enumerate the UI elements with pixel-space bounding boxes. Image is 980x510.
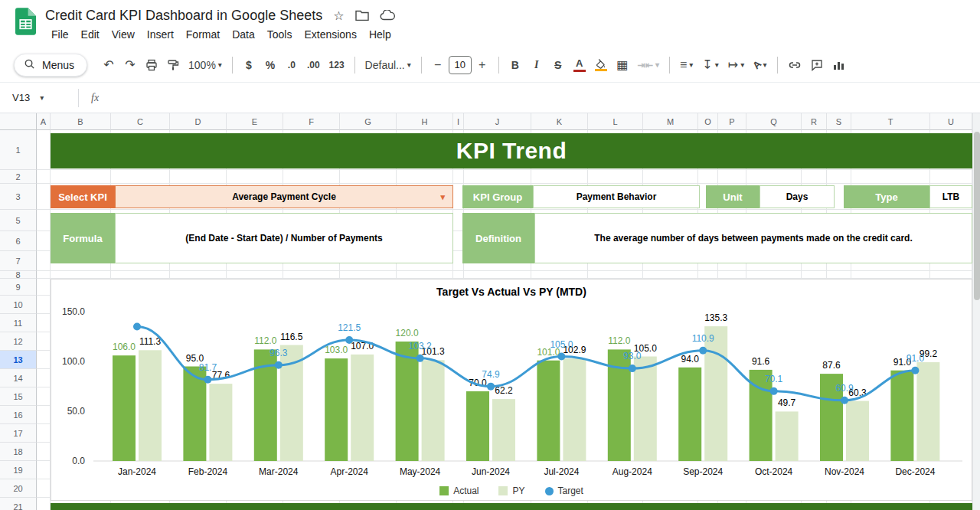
text-wrap-button[interactable]: ↦▾	[724, 54, 748, 76]
menu-item-file[interactable]: File	[45, 27, 75, 42]
row-header-1[interactable]: 1	[0, 130, 37, 170]
undo-button[interactable]: ↶	[99, 54, 119, 76]
menu-item-edit[interactable]: Edit	[75, 27, 106, 42]
column-header-G[interactable]: G	[340, 113, 397, 130]
insert-comment-icon[interactable]	[807, 54, 827, 76]
decrease-decimals-button[interactable]: .0	[282, 54, 302, 76]
insert-link-icon[interactable]	[784, 54, 805, 76]
definition-value[interactable]: The average number of days between payme…	[534, 213, 972, 263]
vertical-scrollbar[interactable]	[972, 113, 980, 510]
cloud-status-icon[interactable]	[380, 10, 395, 21]
formula-input[interactable]	[109, 87, 980, 110]
column-header-H[interactable]: H	[397, 113, 453, 130]
menu-item-format[interactable]: Format	[180, 27, 226, 42]
column-header-J[interactable]: J	[464, 113, 531, 130]
column-header-I[interactable]: I	[453, 113, 464, 130]
doc-title[interactable]: Credit Card KPI Dashboard in Google Shee…	[45, 8, 322, 24]
decrease-font-size-button[interactable]: −	[428, 54, 448, 76]
row-header-12[interactable]: 12	[0, 332, 37, 351]
format-currency-button[interactable]: $	[239, 54, 259, 76]
row-header-14[interactable]: 14	[0, 369, 37, 387]
row-header-15[interactable]: 15	[0, 387, 37, 406]
row-header-17[interactable]: 17	[0, 424, 37, 443]
zoom-select[interactable]: 100%▾	[184, 54, 227, 76]
svg-text:112.0: 112.0	[254, 335, 276, 346]
scrollbar-thumb[interactable]	[974, 132, 980, 300]
column-header-L[interactable]: L	[588, 113, 643, 130]
italic-button[interactable]: I	[527, 54, 547, 76]
font-size-input[interactable]	[449, 56, 472, 74]
bold-button[interactable]: B	[505, 54, 525, 76]
strikethrough-button[interactable]: S	[548, 54, 568, 76]
increase-font-size-button[interactable]: +	[472, 54, 492, 76]
column-header-E[interactable]: E	[227, 113, 283, 130]
row-header-7[interactable]: 7	[0, 251, 37, 271]
row-header-16[interactable]: 16	[0, 406, 37, 424]
sheets-logo-icon[interactable]	[15, 8, 36, 38]
format-percent-button[interactable]: %	[260, 54, 280, 76]
menu-item-tools[interactable]: Tools	[261, 27, 299, 42]
column-header-T[interactable]: T	[851, 113, 930, 130]
menu-item-insert[interactable]: Insert	[141, 27, 180, 42]
column-header-M[interactable]: M	[643, 113, 698, 130]
row-header-5[interactable]: 5	[0, 210, 37, 231]
menus-search-button[interactable]: Menus	[14, 54, 87, 77]
row-header-21[interactable]: 21	[0, 498, 37, 510]
row-header-19[interactable]: 19	[0, 461, 37, 479]
formula-value[interactable]: (End Date - Start Date) / Number of Paym…	[115, 213, 453, 263]
insert-chart-icon[interactable]	[828, 54, 848, 76]
redo-button[interactable]: ↷	[120, 54, 140, 76]
number-format-button[interactable]: 123	[325, 54, 348, 76]
column-header-U[interactable]: U	[930, 113, 972, 130]
row-header-10[interactable]: 10	[0, 296, 37, 314]
column-header-O[interactable]: O	[698, 113, 718, 130]
move-folder-icon[interactable]	[355, 10, 369, 21]
row-header-6[interactable]: 6	[0, 231, 37, 251]
column-header-B[interactable]: B	[51, 113, 111, 130]
unit-value[interactable]: Days	[760, 185, 835, 208]
vertical-align-button[interactable]: ↧▾	[698, 54, 722, 76]
name-box[interactable]: V13 ▾	[0, 92, 70, 103]
fill-color-button[interactable]	[591, 54, 611, 76]
kpi-trend-chart[interactable]: Target Vs Actual Vs PY (MTD) 0.050.0100.…	[51, 279, 972, 501]
sheet-canvas[interactable]: KPI Trend Select KPI Average Payment Cyc…	[37, 130, 972, 510]
row-header-20[interactable]: 20	[0, 479, 37, 498]
text-color-button[interactable]: A	[570, 54, 590, 76]
svg-text:Sep-2024: Sep-2024	[683, 466, 723, 477]
kpi-group-value[interactable]: Payment Behavior	[533, 185, 700, 208]
print-icon[interactable]	[142, 54, 162, 76]
borders-button[interactable]: ▦	[612, 54, 632, 76]
column-header-F[interactable]: F	[283, 113, 340, 130]
column-header-A[interactable]: A	[37, 113, 51, 130]
select-all-corner[interactable]	[0, 113, 37, 130]
column-header-C[interactable]: C	[111, 113, 170, 130]
paint-format-icon[interactable]	[163, 54, 183, 76]
row-header-18[interactable]: 18	[0, 443, 37, 461]
menu-item-view[interactable]: View	[106, 27, 141, 42]
menu-item-help[interactable]: Help	[363, 27, 397, 42]
column-header-K[interactable]: K	[531, 113, 588, 130]
star-icon[interactable]: ☆	[333, 8, 344, 23]
column-header-D[interactable]: D	[170, 113, 227, 130]
row-header-3[interactable]: 3	[0, 184, 37, 210]
column-header-S[interactable]: S	[827, 113, 851, 130]
svg-text:94.0: 94.0	[681, 354, 700, 365]
row-header-2[interactable]: 2	[0, 170, 37, 184]
menu-item-extensions[interactable]: Extensions	[298, 27, 362, 42]
column-header-R[interactable]: R	[802, 113, 827, 130]
text-rotation-button[interactable]: A▾	[750, 54, 770, 76]
increase-decimals-button[interactable]: .00	[303, 54, 324, 76]
row-header-11[interactable]: 11	[0, 314, 37, 332]
horizontal-align-button[interactable]: ≡▾	[676, 54, 697, 76]
type-value[interactable]: LTB	[929, 185, 972, 208]
column-header-Q[interactable]: Q	[746, 113, 802, 130]
merge-cells-button[interactable]: ⇥⇤▾	[634, 54, 663, 76]
column-header-P[interactable]: P	[718, 113, 746, 130]
row-header-8[interactable]: 8	[0, 271, 37, 279]
menu-item-data[interactable]: Data	[226, 27, 261, 42]
row-header-13[interactable]: 13	[0, 351, 37, 369]
chevron-down-icon: ▾	[218, 60, 222, 69]
row-header-9[interactable]: 9	[0, 279, 37, 296]
font-select[interactable]: Defaul...▾	[361, 54, 416, 76]
kpi-dropdown[interactable]: Average Payment Cycle ▾	[115, 185, 453, 208]
